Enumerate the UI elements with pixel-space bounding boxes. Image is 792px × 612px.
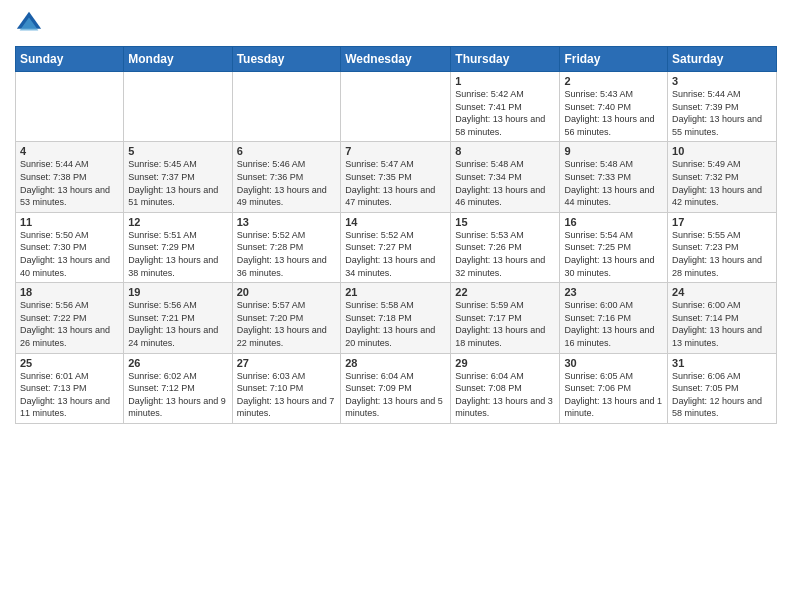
day-info: Sunrise: 6:02 AMSunset: 7:12 PMDaylight:… [128,370,227,420]
calendar-cell: 22Sunrise: 5:59 AMSunset: 7:17 PMDayligh… [451,283,560,353]
day-info: Sunrise: 6:04 AMSunset: 7:09 PMDaylight:… [345,370,446,420]
calendar-week-1: 1Sunrise: 5:42 AMSunset: 7:41 PMDaylight… [16,72,777,142]
day-number: 4 [20,145,119,157]
day-number: 2 [564,75,663,87]
calendar-cell: 12Sunrise: 5:51 AMSunset: 7:29 PMDayligh… [124,212,232,282]
day-number: 24 [672,286,772,298]
day-info: Sunrise: 6:04 AMSunset: 7:08 PMDaylight:… [455,370,555,420]
day-number: 7 [345,145,446,157]
day-number: 15 [455,216,555,228]
day-number: 10 [672,145,772,157]
calendar-cell: 26Sunrise: 6:02 AMSunset: 7:12 PMDayligh… [124,353,232,423]
logo-icon [15,10,43,38]
day-number: 13 [237,216,337,228]
calendar-cell: 28Sunrise: 6:04 AMSunset: 7:09 PMDayligh… [341,353,451,423]
day-info: Sunrise: 5:48 AMSunset: 7:34 PMDaylight:… [455,158,555,208]
calendar-cell: 31Sunrise: 6:06 AMSunset: 7:05 PMDayligh… [668,353,777,423]
calendar-cell: 21Sunrise: 5:58 AMSunset: 7:18 PMDayligh… [341,283,451,353]
calendar-cell: 10Sunrise: 5:49 AMSunset: 7:32 PMDayligh… [668,142,777,212]
day-info: Sunrise: 5:50 AMSunset: 7:30 PMDaylight:… [20,229,119,279]
calendar-cell: 6Sunrise: 5:46 AMSunset: 7:36 PMDaylight… [232,142,341,212]
page-header [15,10,777,38]
day-number: 16 [564,216,663,228]
day-number: 25 [20,357,119,369]
day-info: Sunrise: 5:56 AMSunset: 7:22 PMDaylight:… [20,299,119,349]
day-number: 9 [564,145,663,157]
calendar-week-5: 25Sunrise: 6:01 AMSunset: 7:13 PMDayligh… [16,353,777,423]
calendar-cell [341,72,451,142]
calendar-cell: 16Sunrise: 5:54 AMSunset: 7:25 PMDayligh… [560,212,668,282]
calendar-week-4: 18Sunrise: 5:56 AMSunset: 7:22 PMDayligh… [16,283,777,353]
calendar-cell: 30Sunrise: 6:05 AMSunset: 7:06 PMDayligh… [560,353,668,423]
calendar-cell: 14Sunrise: 5:52 AMSunset: 7:27 PMDayligh… [341,212,451,282]
day-info: Sunrise: 5:54 AMSunset: 7:25 PMDaylight:… [564,229,663,279]
calendar-cell: 13Sunrise: 5:52 AMSunset: 7:28 PMDayligh… [232,212,341,282]
calendar-cell: 11Sunrise: 5:50 AMSunset: 7:30 PMDayligh… [16,212,124,282]
weekday-header-thursday: Thursday [451,47,560,72]
calendar-cell: 20Sunrise: 5:57 AMSunset: 7:20 PMDayligh… [232,283,341,353]
calendar-cell: 1Sunrise: 5:42 AMSunset: 7:41 PMDaylight… [451,72,560,142]
calendar-cell: 24Sunrise: 6:00 AMSunset: 7:14 PMDayligh… [668,283,777,353]
day-number: 23 [564,286,663,298]
day-info: Sunrise: 5:58 AMSunset: 7:18 PMDaylight:… [345,299,446,349]
calendar-cell: 19Sunrise: 5:56 AMSunset: 7:21 PMDayligh… [124,283,232,353]
day-info: Sunrise: 6:01 AMSunset: 7:13 PMDaylight:… [20,370,119,420]
day-number: 1 [455,75,555,87]
day-number: 21 [345,286,446,298]
day-number: 26 [128,357,227,369]
day-number: 20 [237,286,337,298]
day-info: Sunrise: 5:55 AMSunset: 7:23 PMDaylight:… [672,229,772,279]
day-number: 31 [672,357,772,369]
weekday-header-friday: Friday [560,47,668,72]
calendar-cell: 17Sunrise: 5:55 AMSunset: 7:23 PMDayligh… [668,212,777,282]
calendar-cell: 23Sunrise: 6:00 AMSunset: 7:16 PMDayligh… [560,283,668,353]
day-number: 19 [128,286,227,298]
day-number: 8 [455,145,555,157]
day-number: 3 [672,75,772,87]
day-info: Sunrise: 6:06 AMSunset: 7:05 PMDaylight:… [672,370,772,420]
calendar-cell: 9Sunrise: 5:48 AMSunset: 7:33 PMDaylight… [560,142,668,212]
day-info: Sunrise: 5:56 AMSunset: 7:21 PMDaylight:… [128,299,227,349]
calendar-cell: 8Sunrise: 5:48 AMSunset: 7:34 PMDaylight… [451,142,560,212]
day-number: 18 [20,286,119,298]
day-number: 11 [20,216,119,228]
calendar-cell: 5Sunrise: 5:45 AMSunset: 7:37 PMDaylight… [124,142,232,212]
day-info: Sunrise: 5:53 AMSunset: 7:26 PMDaylight:… [455,229,555,279]
day-number: 29 [455,357,555,369]
day-info: Sunrise: 5:52 AMSunset: 7:27 PMDaylight:… [345,229,446,279]
day-info: Sunrise: 5:57 AMSunset: 7:20 PMDaylight:… [237,299,337,349]
calendar-week-3: 11Sunrise: 5:50 AMSunset: 7:30 PMDayligh… [16,212,777,282]
day-info: Sunrise: 5:48 AMSunset: 7:33 PMDaylight:… [564,158,663,208]
day-number: 28 [345,357,446,369]
calendar-cell [124,72,232,142]
day-info: Sunrise: 5:47 AMSunset: 7:35 PMDaylight:… [345,158,446,208]
day-info: Sunrise: 6:05 AMSunset: 7:06 PMDaylight:… [564,370,663,420]
day-number: 6 [237,145,337,157]
calendar-cell [16,72,124,142]
day-number: 5 [128,145,227,157]
logo [15,10,47,38]
day-info: Sunrise: 6:00 AMSunset: 7:16 PMDaylight:… [564,299,663,349]
calendar-cell: 4Sunrise: 5:44 AMSunset: 7:38 PMDaylight… [16,142,124,212]
weekday-header-tuesday: Tuesday [232,47,341,72]
day-number: 30 [564,357,663,369]
calendar-body: 1Sunrise: 5:42 AMSunset: 7:41 PMDaylight… [16,72,777,424]
day-number: 12 [128,216,227,228]
day-info: Sunrise: 5:42 AMSunset: 7:41 PMDaylight:… [455,88,555,138]
day-info: Sunrise: 5:45 AMSunset: 7:37 PMDaylight:… [128,158,227,208]
day-info: Sunrise: 5:52 AMSunset: 7:28 PMDaylight:… [237,229,337,279]
calendar-cell: 7Sunrise: 5:47 AMSunset: 7:35 PMDaylight… [341,142,451,212]
day-info: Sunrise: 5:44 AMSunset: 7:38 PMDaylight:… [20,158,119,208]
weekday-header-saturday: Saturday [668,47,777,72]
calendar-cell: 3Sunrise: 5:44 AMSunset: 7:39 PMDaylight… [668,72,777,142]
day-number: 27 [237,357,337,369]
day-info: Sunrise: 5:44 AMSunset: 7:39 PMDaylight:… [672,88,772,138]
day-info: Sunrise: 6:03 AMSunset: 7:10 PMDaylight:… [237,370,337,420]
calendar-cell: 2Sunrise: 5:43 AMSunset: 7:40 PMDaylight… [560,72,668,142]
day-info: Sunrise: 6:00 AMSunset: 7:14 PMDaylight:… [672,299,772,349]
day-info: Sunrise: 5:59 AMSunset: 7:17 PMDaylight:… [455,299,555,349]
day-number: 22 [455,286,555,298]
calendar-cell: 27Sunrise: 6:03 AMSunset: 7:10 PMDayligh… [232,353,341,423]
day-info: Sunrise: 5:49 AMSunset: 7:32 PMDaylight:… [672,158,772,208]
day-number: 17 [672,216,772,228]
